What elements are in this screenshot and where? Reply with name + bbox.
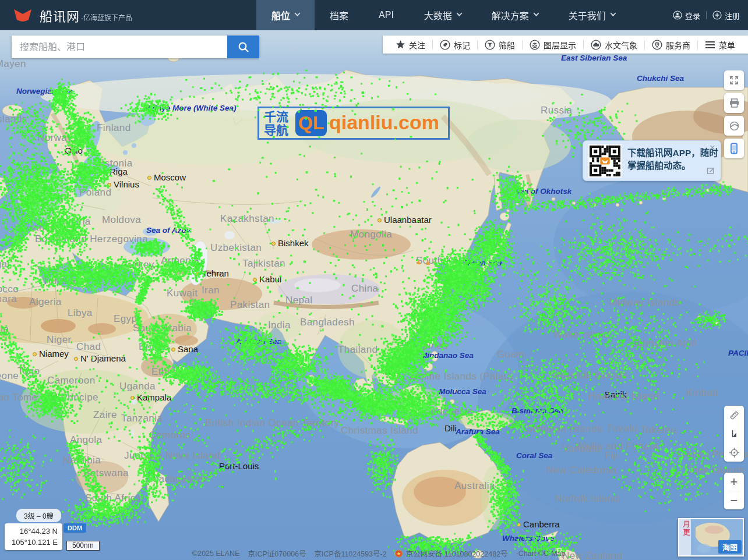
- ship-logo-icon: [12, 6, 34, 24]
- ruler-tool-button[interactable]: [724, 406, 744, 424]
- toolbar-menu[interactable]: 菜单: [698, 39, 742, 51]
- location-pin-icon: [652, 40, 662, 50]
- chevron-down-icon: [456, 10, 462, 16]
- ruler-icon: [729, 410, 740, 421]
- tag-icon: [440, 40, 450, 50]
- zoom-controls: + −: [724, 473, 744, 509]
- auth-area: 登录 注册: [673, 0, 740, 30]
- print-button[interactable]: [724, 93, 744, 113]
- locate-tool-button[interactable]: [724, 443, 744, 462]
- warning-marker[interactable]: ▲: [424, 258, 432, 266]
- brand-title: 船讯网: [40, 6, 80, 24]
- cursor-coordinates: 16°44.23 N 105°10.121 E: [5, 523, 62, 550]
- toolbar-mark[interactable]: 标记: [433, 39, 477, 51]
- plus-circle-icon: [712, 10, 722, 20]
- map-markers-layer: ▲▲: [0, 0, 748, 560]
- search-button[interactable]: [227, 36, 259, 58]
- warning-marker[interactable]: ▲: [415, 258, 422, 265]
- map-toolbar: 关注 标记 筛船 图层显示: [383, 36, 748, 54]
- app-download-popup: 下载船讯网APP，随时 掌握船舶动态。 ×: [583, 140, 721, 181]
- toolbar-providers[interactable]: 服务商: [645, 39, 697, 51]
- measure-tool-group: [724, 406, 744, 462]
- chevron-down-icon: [295, 10, 301, 16]
- chevron-down-icon: [610, 10, 616, 16]
- zoom-level-ship-count: 3级 – 0艘: [16, 509, 61, 522]
- feedback-edit-icon[interactable]: [707, 166, 715, 177]
- printer-icon: [729, 98, 740, 108]
- latitude-value: 16°44.23 N: [9, 526, 58, 537]
- funnel-icon: [485, 40, 495, 50]
- user-icon: [673, 10, 682, 20]
- nav-item-bigdata[interactable]: 大数据: [409, 0, 477, 30]
- layer-strip[interactable]: 月更: [679, 519, 691, 555]
- police-record-link[interactable]: 京公网安备 11010802022482号: [406, 548, 508, 559]
- brand-logo[interactable]: 船讯网 ·亿海蓝旗下产品: [0, 6, 132, 24]
- nav-item-solutions[interactable]: 解决方案: [477, 0, 553, 30]
- layers-icon: [530, 40, 540, 50]
- chevron-down-icon: [533, 10, 539, 16]
- toolbar-follow[interactable]: 关注: [389, 39, 432, 51]
- zoom-out-button[interactable]: −: [724, 491, 744, 509]
- cloud-icon: [591, 40, 601, 50]
- search-bar: [12, 36, 259, 58]
- search-input[interactable]: [12, 36, 227, 58]
- register-button[interactable]: 注册: [712, 10, 740, 21]
- crosshair-icon: [729, 447, 740, 458]
- main-nav: 船位 档案 API 大数据 解决方案 关于我们: [256, 0, 630, 30]
- toolbar-filter-ships[interactable]: 筛船: [478, 39, 522, 51]
- coordinate-format-button[interactable]: DDM: [63, 523, 86, 533]
- nav-item-archive[interactable]: 档案: [315, 0, 364, 30]
- icp-license-link[interactable]: 京ICP证070006号: [248, 548, 306, 559]
- nav-item-ship-position[interactable]: 船位: [256, 0, 315, 30]
- longitude-value: 105°10.121 E: [9, 537, 58, 548]
- fullscreen-icon: [729, 75, 739, 86]
- brand-suffix: ·亿海蓝旗下产品: [81, 12, 132, 22]
- menu-icon: [705, 41, 715, 49]
- nav-item-api[interactable]: API: [364, 0, 409, 30]
- icp-record-link[interactable]: 京ICP备11024593号-2: [315, 548, 387, 559]
- mobile-phone-icon: [729, 143, 739, 154]
- globe-button[interactable]: [724, 116, 744, 136]
- chart-attribution: -Chart ©C-Map: [516, 550, 566, 558]
- marker-tool-button[interactable]: [724, 424, 744, 443]
- minimap-switcher[interactable]: 月更 海图: [678, 518, 744, 557]
- chart-layer-label[interactable]: 海图: [718, 540, 742, 554]
- top-navbar: 船讯网 ·亿海蓝旗下产品 船位 档案 API 大数据 解决方案 关于我们: [0, 0, 748, 30]
- flag-cone-icon: [729, 428, 739, 439]
- shipxy-app: Jan MayenIslandsNorwegian SeaBelnye More…: [0, 0, 748, 560]
- globe-icon: [729, 120, 740, 132]
- star-icon: [396, 40, 405, 49]
- fullscreen-button[interactable]: [724, 70, 744, 90]
- login-button[interactable]: 登录: [673, 10, 700, 21]
- zoom-in-button[interactable]: +: [724, 473, 744, 491]
- copyright-text: ©2025 ELANE: [192, 550, 239, 558]
- divider: [706, 11, 707, 19]
- toolbar-weather[interactable]: 水文气象: [584, 39, 644, 51]
- mobile-app-button[interactable]: [724, 139, 744, 158]
- qr-code: [588, 144, 622, 178]
- nav-item-about[interactable]: 关于我们: [553, 0, 630, 30]
- map-attribution: ©2025 ELANE 京ICP证070006号 京ICP备11024593号-…: [192, 548, 570, 559]
- toolbar-layers[interactable]: 图层显示: [523, 39, 583, 51]
- close-icon[interactable]: ×: [710, 142, 715, 154]
- map-scale: 500nm: [66, 541, 100, 551]
- popup-text: 下载船讯网APP，随时 掌握船舶动态。: [627, 147, 718, 172]
- search-icon: [237, 41, 250, 54]
- police-badge-icon: [395, 550, 403, 558]
